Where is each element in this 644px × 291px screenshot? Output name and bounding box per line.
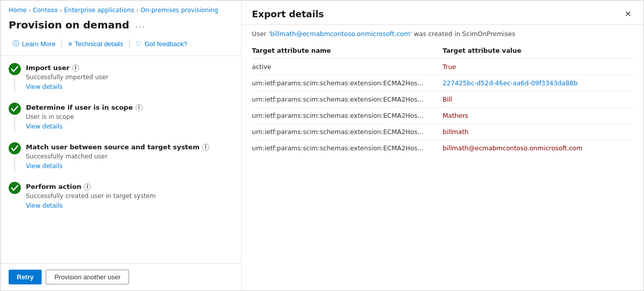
table-row: urn:ietf:params:scim:schemas:extension:E…: [252, 108, 633, 124]
table-header-row: Target attribute name Target attribute v…: [252, 43, 633, 59]
close-button[interactable]: ✕: [623, 9, 633, 19]
info-circle-icon: ⓘ: [13, 39, 19, 48]
toolbar-divider-2: [129, 39, 130, 48]
attr-value-cell: billmath@ecmabmcontoso.onmicrosoft.com: [443, 140, 634, 156]
step-3-left: [9, 142, 21, 172]
step-1-title: Import user i: [26, 64, 233, 72]
checkmark-icon: [11, 105, 18, 112]
step-2-icon: [9, 103, 21, 115]
main-window: Home › Contoso › Enterprise applications…: [0, 0, 644, 291]
step-perform-action: Perform action i Successfully created us…: [9, 182, 233, 209]
step-match-user: Match user between source and target sys…: [9, 142, 233, 172]
got-feedback-button[interactable]: ♡ Got feedback?: [132, 38, 191, 50]
table-row: activeTrue: [252, 59, 633, 75]
step-4-view-details[interactable]: View details: [26, 202, 62, 209]
list-icon: ≡: [68, 40, 72, 48]
step-3-content: Match user between source and target sys…: [26, 142, 233, 172]
right-panel: Export details ✕ User 'billmath@ecmabmco…: [242, 1, 643, 290]
provision-another-button[interactable]: Provision another user: [46, 270, 129, 284]
breadcrumb-sep-2: ›: [60, 7, 62, 14]
step-2-view-details[interactable]: View details: [26, 123, 62, 130]
attr-name-cell: urn:ietf:params:scim:schemas:extension:E…: [252, 124, 443, 140]
panel-subtitle: User 'billmath@ecmabmcontoso.onmicrosoft…: [242, 25, 643, 43]
step-import-user: Import user i Successfully imported user…: [9, 63, 233, 92]
breadcrumb-sep-3: ›: [136, 7, 138, 14]
toolbar: ⓘ Learn More ≡ Technical details ♡ Got f…: [1, 37, 241, 56]
table-row: urn:ietf:params:scim:schemas:extension:E…: [252, 91, 633, 108]
left-panel: Home › Contoso › Enterprise applications…: [1, 1, 242, 290]
subtitle-user: billmath@ecmabmcontoso.onmicrosoft.com: [270, 30, 410, 38]
step-3-line: [14, 156, 15, 172]
attr-name-cell: active: [252, 59, 443, 75]
attributes-table: Target attribute name Target attribute v…: [252, 43, 633, 156]
steps-container: Import user i Successfully imported user…: [1, 56, 241, 263]
step-3-title: Match user between source and target sys…: [26, 143, 233, 151]
breadcrumb-contoso[interactable]: Contoso: [33, 7, 58, 14]
table-container: Target attribute name Target attribute v…: [242, 43, 643, 290]
col-name-header: Target attribute name: [252, 43, 443, 59]
attr-name-cell: urn:ietf:params:scim:schemas:extension:E…: [252, 140, 443, 156]
breadcrumb-home[interactable]: Home: [9, 7, 26, 14]
learn-more-button[interactable]: ⓘ Learn More: [9, 37, 59, 50]
attr-name-cell: urn:ietf:params:scim:schemas:extension:E…: [252, 108, 443, 124]
step-2-left: [9, 103, 21, 132]
attr-value-cell: Mathers: [443, 108, 634, 124]
step-4-icon: [9, 182, 21, 194]
attr-value-cell: True: [443, 59, 634, 75]
breadcrumb-on-prem[interactable]: On-premises provisioning: [141, 7, 218, 14]
step-3-info-icon: i: [202, 144, 209, 151]
step-1-line: [14, 77, 15, 92]
step-2-content: Determine if user is in scope i User is …: [26, 103, 233, 132]
step-1-left: [9, 63, 21, 92]
step-4-info-icon: i: [84, 183, 91, 190]
step-3-desc: Successfully matched user: [26, 153, 233, 160]
attr-value-cell: Bill: [443, 91, 634, 108]
checkmark-icon: [11, 66, 18, 73]
checkmark-icon: [11, 145, 18, 152]
footer: Retry Provision another user: [1, 263, 241, 290]
page-title: Provision on demand: [9, 19, 130, 31]
toolbar-divider-1: [61, 39, 62, 48]
table-row: urn:ietf:params:scim:schemas:extension:E…: [252, 140, 633, 156]
step-4-desc: Successfully created user in target syst…: [26, 192, 233, 200]
step-3-icon: [9, 142, 21, 154]
main-layout: Home › Contoso › Enterprise applications…: [1, 1, 643, 290]
checkmark-icon: [11, 184, 18, 191]
attr-name-cell: urn:ietf:params:scim:schemas:extension:E…: [252, 91, 443, 108]
technical-details-label: Technical details: [75, 40, 123, 48]
table-row: urn:ietf:params:scim:schemas:extension:E…: [252, 124, 633, 140]
step-in-scope: Determine if user is in scope i User is …: [9, 103, 233, 132]
step-1-content: Import user i Successfully imported user…: [26, 63, 233, 92]
page-title-row: Provision on demand ...: [1, 17, 241, 37]
step-1-view-details[interactable]: View details: [26, 83, 62, 90]
got-feedback-label: Got feedback?: [144, 40, 187, 48]
step-4-title: Perform action i: [26, 183, 233, 190]
step-4-content: Perform action i Successfully created us…: [26, 182, 233, 209]
attr-value-cell: billmath: [443, 124, 634, 140]
technical-details-button[interactable]: ≡ Technical details: [64, 38, 127, 50]
breadcrumb-sep-1: ›: [28, 7, 30, 14]
step-2-desc: User is in scope: [26, 113, 233, 120]
step-2-info-icon: i: [136, 104, 143, 111]
step-1-info-icon: i: [72, 64, 79, 72]
breadcrumb: Home › Contoso › Enterprise applications…: [1, 1, 241, 17]
col-value-header: Target attribute value: [443, 43, 634, 59]
attr-value-cell: 227425bc-d52d-46ec-aa6d-09f3343da88b: [443, 75, 634, 91]
step-3-view-details[interactable]: View details: [26, 163, 62, 170]
step-2-line: [14, 117, 15, 132]
panel-header: Export details ✕: [242, 1, 643, 25]
step-1-icon: [9, 63, 21, 75]
table-row: urn:ietf:params:scim:schemas:extension:E…: [252, 75, 633, 91]
heart-icon: ♡: [136, 40, 142, 48]
panel-title: Export details: [252, 9, 324, 19]
attr-name-cell: urn:ietf:params:scim:schemas:extension:E…: [252, 75, 443, 91]
step-2-title: Determine if user is in scope i: [26, 104, 233, 111]
ellipsis-button[interactable]: ...: [134, 19, 147, 30]
subtitle-suffix: ' was created in ScimOnPremises: [410, 30, 515, 38]
subtitle-prefix: User ': [252, 30, 270, 38]
retry-button[interactable]: Retry: [9, 270, 42, 284]
step-4-left: [9, 182, 21, 209]
learn-more-label: Learn More: [22, 40, 55, 48]
step-1-desc: Successfully imported user: [26, 74, 233, 81]
breadcrumb-enterprise-apps[interactable]: Enterprise applications: [64, 7, 134, 14]
